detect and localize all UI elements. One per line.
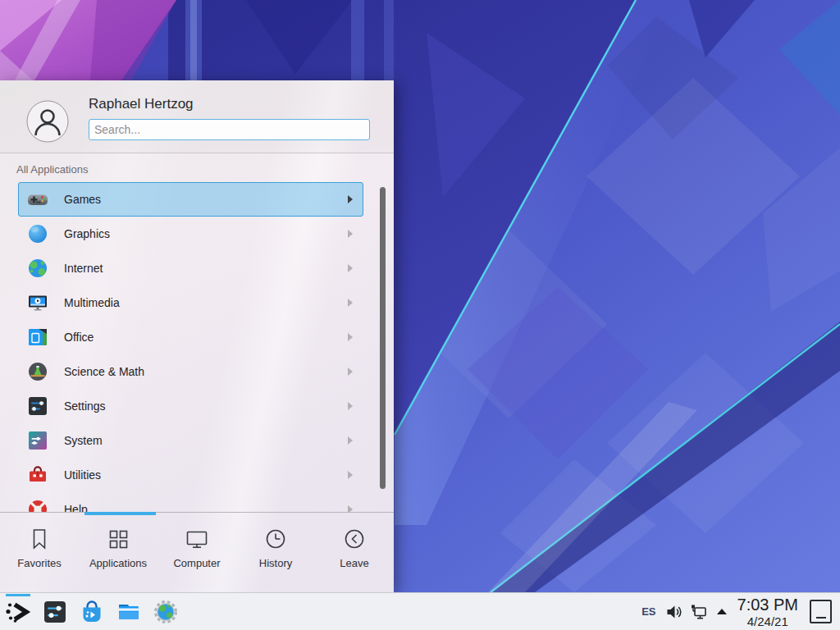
tab-computer[interactable]: Computer bbox=[158, 515, 236, 592]
discover-button[interactable] bbox=[78, 598, 106, 626]
category-label: Science & Math bbox=[64, 365, 144, 378]
category-list: Games Graphics bbox=[0, 182, 394, 512]
category-label: Graphics bbox=[64, 227, 110, 240]
settings-icon bbox=[26, 395, 49, 418]
category-graphics[interactable]: Graphics bbox=[18, 217, 363, 251]
category-label: Help bbox=[64, 503, 88, 512]
taskbar-panel: ES 7:03 PM 4/24/21 bbox=[0, 592, 840, 630]
tab-applications[interactable]: Applications bbox=[79, 515, 158, 592]
system-settings-button[interactable] bbox=[41, 598, 69, 626]
launcher-tab-bar: Favorites Applications Computer bbox=[0, 515, 394, 592]
tab-label: Leave bbox=[340, 557, 368, 569]
search-input[interactable] bbox=[89, 119, 370, 140]
tab-label: History bbox=[259, 557, 292, 569]
category-label: Office bbox=[64, 331, 94, 344]
science-icon bbox=[26, 360, 49, 383]
user-name: Raphael Hertzog bbox=[89, 96, 194, 112]
web-browser-button[interactable] bbox=[152, 598, 180, 626]
network-icon[interactable] bbox=[690, 603, 708, 621]
submenu-arrow-icon bbox=[348, 471, 353, 479]
list-scrollbar[interactable] bbox=[380, 187, 386, 489]
computer-icon bbox=[185, 527, 208, 550]
panel-launchers bbox=[4, 593, 180, 630]
category-office[interactable]: Office bbox=[18, 320, 363, 354]
volume-icon[interactable] bbox=[665, 603, 683, 621]
multimedia-icon bbox=[26, 291, 49, 314]
submenu-arrow-icon bbox=[348, 333, 353, 341]
file-manager-button[interactable] bbox=[115, 598, 143, 626]
category-label: Utilities bbox=[64, 468, 101, 482]
leave-icon bbox=[343, 527, 366, 550]
category-label: Multimedia bbox=[64, 296, 120, 309]
category-label: Settings bbox=[64, 399, 106, 413]
submenu-arrow-icon bbox=[348, 230, 353, 238]
history-icon bbox=[264, 527, 287, 550]
submenu-arrow-icon bbox=[348, 402, 353, 410]
tab-favorites[interactable]: Favorites bbox=[0, 515, 79, 592]
digital-clock[interactable]: 7:03 PM 4/24/21 bbox=[737, 596, 798, 628]
games-icon bbox=[26, 188, 49, 211]
application-launcher-menu: Raphael Hertzog All Applications bbox=[0, 80, 394, 592]
section-label: All Applications bbox=[16, 163, 88, 176]
tab-history[interactable]: History bbox=[236, 515, 315, 592]
category-multimedia[interactable]: Multimedia bbox=[18, 285, 363, 320]
submenu-arrow-icon bbox=[348, 195, 353, 203]
category-internet[interactable]: Internet bbox=[18, 251, 363, 285]
category-help[interactable]: Help bbox=[18, 492, 363, 512]
favorites-icon bbox=[28, 527, 51, 550]
tray-expander-icon[interactable] bbox=[717, 609, 727, 614]
help-icon bbox=[26, 498, 49, 512]
category-settings[interactable]: Settings bbox=[18, 389, 363, 423]
category-label: System bbox=[64, 434, 103, 447]
launcher-header: Raphael Hertzog bbox=[0, 80, 394, 153]
category-label: Games bbox=[64, 193, 101, 206]
system-tray: ES 7:03 PM 4/24/21 bbox=[641, 593, 832, 630]
app-launcher-button[interactable] bbox=[4, 598, 32, 626]
tab-label: Favorites bbox=[17, 557, 61, 569]
clock-time: 7:03 PM bbox=[737, 596, 798, 613]
internet-icon bbox=[26, 257, 49, 280]
show-desktop-button[interactable] bbox=[810, 600, 832, 623]
utilities-icon bbox=[26, 463, 49, 486]
submenu-arrow-icon bbox=[348, 505, 353, 512]
desktop: Raphael Hertzog All Applications bbox=[0, 0, 840, 630]
submenu-arrow-icon bbox=[348, 299, 353, 307]
category-science-math[interactable]: Science & Math bbox=[18, 354, 363, 389]
category-label: Internet bbox=[64, 262, 103, 275]
submenu-arrow-icon bbox=[348, 368, 353, 376]
submenu-arrow-icon bbox=[348, 436, 353, 445]
keyboard-layout-indicator[interactable]: ES bbox=[641, 605, 655, 618]
tab-label: Applications bbox=[89, 557, 147, 569]
category-utilities[interactable]: Utilities bbox=[18, 458, 363, 492]
applications-icon bbox=[107, 527, 130, 550]
tab-leave[interactable]: Leave bbox=[315, 515, 394, 592]
system-icon bbox=[26, 429, 49, 452]
office-icon bbox=[26, 326, 49, 349]
graphics-icon bbox=[26, 222, 49, 245]
category-games[interactable]: Games bbox=[18, 182, 363, 217]
footer-divider bbox=[0, 512, 394, 513]
category-system[interactable]: System bbox=[18, 423, 363, 458]
clock-date: 4/24/21 bbox=[737, 615, 798, 628]
user-avatar bbox=[26, 100, 69, 143]
submenu-arrow-icon bbox=[348, 264, 353, 272]
tab-label: Computer bbox=[173, 557, 220, 569]
